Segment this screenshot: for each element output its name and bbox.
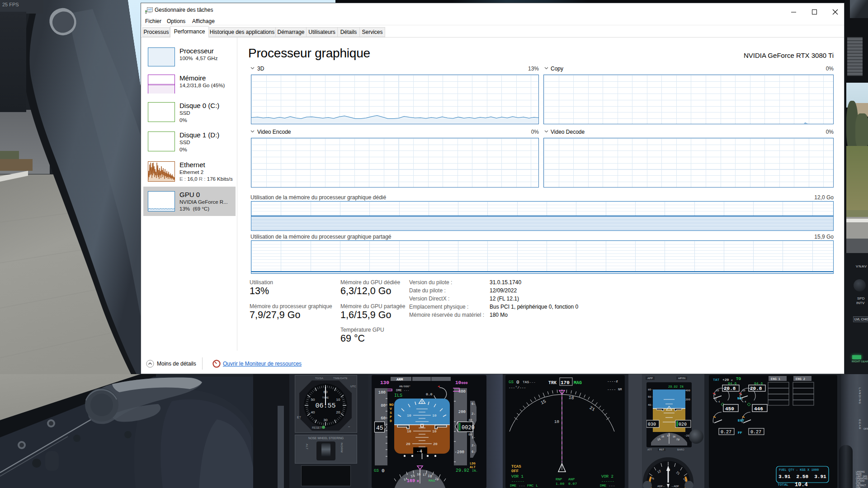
svg-text:DME ---: DME --- xyxy=(396,389,409,392)
svg-text:45: 45 xyxy=(376,425,383,432)
svg-text:------: ------ xyxy=(601,479,614,483)
svg-text:40-: 40- xyxy=(648,404,653,407)
svg-text:NO: NO xyxy=(389,403,394,407)
svg-text:1.00: 1.00 xyxy=(556,482,564,486)
svg-text:10: 10 xyxy=(407,413,411,418)
svg-text:N1: N1 xyxy=(737,396,742,400)
svg-text:20.8: 20.8 xyxy=(724,386,736,391)
svg-text:18: 18 xyxy=(673,436,675,438)
svg-text:LDG: LDG xyxy=(470,462,476,465)
svg-text:446: 446 xyxy=(754,406,763,412)
svg-text:V: V xyxy=(390,407,392,411)
svg-text:3.91 2.58 3.91: 3.91 2.58 3.91 xyxy=(778,474,826,479)
svg-text:6-: 6- xyxy=(472,402,475,406)
svg-text:20.8: 20.8 xyxy=(750,386,762,391)
svg-text:170: 170 xyxy=(561,380,570,385)
svg-text:169 H: 169 H xyxy=(407,479,419,483)
svg-text:ENG 1: ENG 1 xyxy=(771,377,780,381)
svg-text:ADF←: ADF← xyxy=(657,485,665,488)
svg-text:TAS---: TAS--- xyxy=(523,380,536,384)
svg-text:20: 20 xyxy=(406,442,410,446)
svg-text:2-: 2- xyxy=(472,412,475,416)
svg-text:60: 60 xyxy=(381,416,386,421)
svg-text:ILS: ILS xyxy=(394,393,402,398)
svg-text:10: 10 xyxy=(407,429,411,433)
svg-text:60-: 60- xyxy=(648,395,653,399)
svg-text:-4: -4 xyxy=(416,449,423,454)
svg-text:GS: GS xyxy=(509,380,514,385)
svg-text:---- NM: ---- NM xyxy=(607,387,622,391)
svg-text:10.4: 10.4 xyxy=(795,482,808,488)
svg-text:10: 10 xyxy=(554,420,559,424)
svg-text:450: 450 xyxy=(725,406,734,412)
svg-text:0: 0 xyxy=(382,468,385,474)
svg-text:0020: 0020 xyxy=(462,425,475,431)
svg-text:10: 10 xyxy=(432,413,437,418)
svg-text:17: 17 xyxy=(423,473,426,477)
svg-text:0.0: 0.0 xyxy=(426,392,433,396)
svg-text:10: 10 xyxy=(432,429,437,433)
svg-text:30: 30 xyxy=(324,418,328,422)
svg-text:00: 00 xyxy=(468,433,472,436)
svg-text:D: D xyxy=(390,419,392,423)
svg-text:0.27: 0.27 xyxy=(721,430,731,435)
svg-text:FMC L: FMC L xyxy=(527,483,538,488)
svg-text:0.07: 0.07 xyxy=(568,482,577,486)
svg-text:TAT: TAT xyxy=(713,378,720,382)
svg-text:TO: TO xyxy=(736,377,741,381)
svg-text:020: 020 xyxy=(679,422,687,427)
svg-text:VOR 2: VOR 2 xyxy=(601,474,613,479)
svg-text:MAG: MAG xyxy=(429,479,435,483)
svg-text:6-: 6- xyxy=(472,450,475,454)
svg-text:10: 10 xyxy=(716,389,719,392)
svg-text:20: 20 xyxy=(336,410,340,414)
svg-text:29.92 IN: 29.92 IN xyxy=(668,385,684,389)
svg-text:ANP: ANP xyxy=(568,477,575,481)
svg-text:DME ---: DME --- xyxy=(510,483,525,488)
svg-text:DME ---: DME --- xyxy=(600,483,615,488)
svg-text:0.27: 0.27 xyxy=(750,430,761,435)
svg-text:80: 80 xyxy=(381,404,386,408)
svg-text:FUEL QTY - KGS X 1000: FUEL QTY - KGS X 1000 xyxy=(779,468,819,472)
svg-text:TRK: TRK xyxy=(548,380,557,385)
svg-text:6: 6 xyxy=(715,397,717,400)
svg-text:400: 400 xyxy=(685,389,690,392)
svg-text:FF: FF xyxy=(738,431,742,435)
svg-text:-200: -200 xyxy=(454,450,464,455)
svg-text:200: 200 xyxy=(685,398,690,401)
svg-text:80-: 80- xyxy=(648,388,653,391)
svg-text:10000: 10000 xyxy=(455,380,468,385)
svg-text:10: 10 xyxy=(336,398,340,402)
svg-text:VOR 1: VOR 1 xyxy=(511,474,524,479)
svg-text:---°/---: ---°/--- xyxy=(509,385,526,389)
svg-text:P: P xyxy=(390,415,392,419)
svg-text:8: 8 xyxy=(714,393,716,396)
svg-text:TOTAL: TOTAL xyxy=(778,483,788,487)
svg-text:ARM: ARM xyxy=(396,377,403,381)
svg-text:S: S xyxy=(390,411,392,415)
svg-text:130: 130 xyxy=(380,380,389,385)
svg-text:030: 030 xyxy=(648,422,656,427)
svg-text:0: 0 xyxy=(516,380,519,385)
svg-text:AN/000°: AN/000° xyxy=(399,385,410,388)
svg-text:EGT: EGT xyxy=(738,418,745,422)
svg-text:40: 40 xyxy=(468,418,472,422)
svg-text:10: 10 xyxy=(742,389,745,392)
svg-text:16: 16 xyxy=(661,436,664,438)
svg-text:----z: ----z xyxy=(607,379,618,383)
svg-text:TCAS: TCAS xyxy=(511,465,521,469)
svg-text:ENG 2: ENG 2 xyxy=(796,377,805,381)
svg-text:50: 50 xyxy=(311,398,315,402)
svg-text:17: 17 xyxy=(667,434,670,437)
svg-text:40: 40 xyxy=(311,410,315,414)
svg-text:29.92 IN.: 29.92 IN. xyxy=(456,468,478,473)
svg-text:------: ------ xyxy=(511,479,524,483)
svg-text:OFF: OFF xyxy=(511,469,519,474)
svg-text:100: 100 xyxy=(378,390,386,395)
svg-text:200: 200 xyxy=(458,410,466,414)
svg-text:18: 18 xyxy=(427,474,432,479)
svg-text:GS: GS xyxy=(374,469,379,473)
svg-text:RNP: RNP xyxy=(556,477,562,481)
svg-text:2-: 2- xyxy=(472,444,475,447)
svg-text:→ADF: →ADF xyxy=(671,485,679,488)
